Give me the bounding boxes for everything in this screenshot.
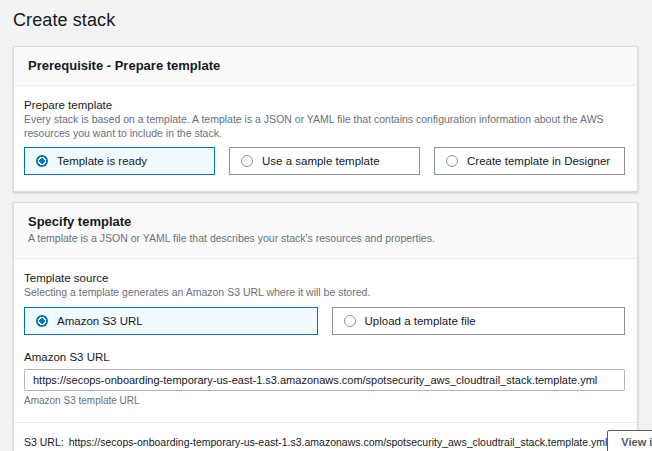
s3-url-readout-value: https://secops-onboarding-temporary-us-e… — [69, 436, 608, 448]
s3-url-readout-label: S3 URL: — [24, 436, 64, 448]
prerequisite-section-header: Prerequisite - Prepare template — [14, 47, 637, 86]
option-label: Create template in Designer — [467, 155, 610, 167]
specify-template-footer: S3 URL:https://secops-onboarding-tempora… — [14, 422, 637, 451]
radio-unselected-icon[interactable] — [446, 155, 458, 167]
s3-url-readout: S3 URL:https://secops-onboarding-tempora… — [24, 436, 607, 448]
template-source-label: Template source — [24, 272, 625, 284]
prepare-template-description: Every stack is based on a template. A te… — [24, 113, 625, 140]
prerequisite-section: Prerequisite - Prepare template Prepare … — [13, 46, 638, 192]
prepare-template-label: Prepare template — [24, 99, 625, 111]
template-source-description: Selecting a template generates an Amazon… — [24, 286, 625, 300]
prerequisite-section-body: Prepare template Every stack is based on… — [14, 86, 637, 191]
radio-selected-icon[interactable] — [36, 315, 48, 327]
specify-template-section: Specify template A template is a JSON or… — [13, 202, 638, 451]
option-amazon-s3-url[interactable]: Amazon S3 URL — [24, 307, 318, 335]
specify-template-header: Specify template A template is a JSON or… — [14, 203, 637, 259]
option-create-template-in-designer[interactable]: Create template in Designer — [434, 147, 625, 175]
option-label: Upload a template file — [365, 315, 476, 327]
view-in-designer-button[interactable]: View in Designer — [607, 430, 652, 451]
specify-template-description: A template is a JSON or YAML file that d… — [28, 232, 623, 246]
amazon-s3-url-label: Amazon S3 URL — [24, 351, 625, 363]
amazon-s3-url-helper: Amazon S3 template URL — [24, 395, 625, 406]
radio-selected-icon[interactable] — [36, 155, 48, 167]
radio-unselected-icon[interactable] — [344, 315, 356, 327]
specify-template-heading: Specify template — [28, 214, 623, 229]
prerequisite-heading: Prerequisite - Prepare template — [28, 58, 623, 73]
radio-unselected-icon[interactable] — [241, 155, 253, 167]
template-source-options: Amazon S3 URL Upload a template file — [24, 307, 625, 335]
option-use-sample-template[interactable]: Use a sample template — [229, 147, 420, 175]
option-label: Template is ready — [57, 155, 147, 167]
specify-template-body: Template source Selecting a template gen… — [14, 259, 637, 422]
create-stack-page: Create stack Prerequisite - Prepare temp… — [0, 0, 652, 451]
amazon-s3-url-input[interactable] — [24, 369, 625, 391]
option-upload-template-file[interactable]: Upload a template file — [332, 307, 626, 335]
prepare-template-options: Template is ready Use a sample template … — [24, 147, 625, 175]
option-template-is-ready[interactable]: Template is ready — [24, 147, 215, 175]
option-label: Amazon S3 URL — [57, 315, 143, 327]
option-label: Use a sample template — [262, 155, 380, 167]
page-title: Create stack — [13, 10, 638, 31]
